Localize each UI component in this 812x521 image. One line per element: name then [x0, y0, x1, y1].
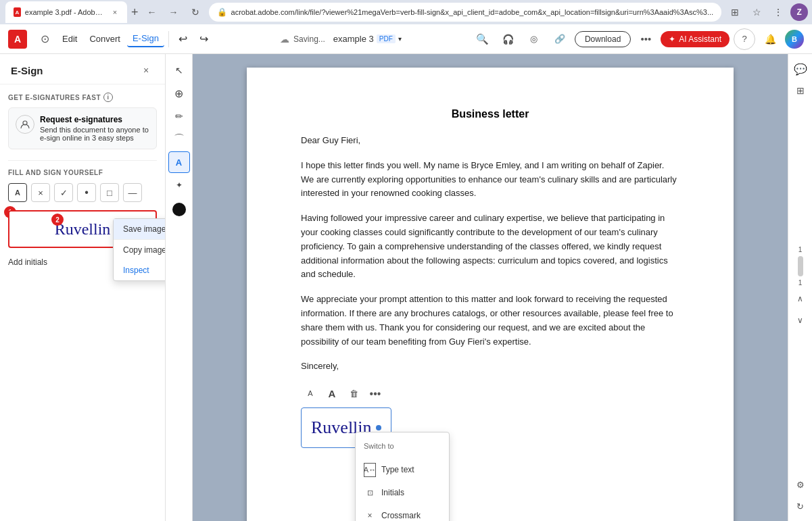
salutation: Dear Guy Fieri,	[301, 134, 679, 148]
saving-text: Saving...	[293, 34, 325, 44]
fill-section-label: FILL AND SIGN YOURSELF	[8, 169, 157, 176]
request-sig-icon	[16, 115, 34, 134]
pdf-signature-container: Ruvellin Switch to A↔ Type text ⊡ Initia…	[301, 407, 391, 448]
notifications-btn[interactable]: 🔔	[759, 28, 781, 50]
panel-close-btn[interactable]: ×	[138, 62, 154, 78]
switch-initials-btn[interactable]: ⊡ Initials	[356, 482, 449, 504]
reload-btn[interactable]: ↻	[186, 3, 205, 22]
tab-title: example 3.pdf - Adobe cloud s...	[25, 8, 107, 16]
pdf-tools-panel: ↖ ⊕ ✏ ⌒ A ✦	[166, 54, 193, 521]
forward-btn[interactable]: →	[164, 3, 183, 22]
convert-btn[interactable]: Convert	[84, 31, 126, 47]
request-card-text: Request e-signatures Send this document …	[40, 115, 149, 142]
chat-sidebar-btn[interactable]: 💬	[791, 59, 810, 78]
user-avatar[interactable]: B	[785, 30, 804, 49]
check-tool-btn[interactable]: ✓	[54, 183, 73, 202]
help-btn[interactable]: ?	[734, 28, 755, 50]
pen-tool-btn[interactable]: ✏	[168, 105, 190, 127]
color-circle[interactable]	[172, 203, 186, 216]
address-bar[interactable]: 🔒 acrobat.adobe.com/link/file/?viewer%21…	[209, 3, 722, 22]
left-panel: E-Sign × GET E-SIGNATURES FAST i Request…	[0, 54, 166, 521]
settings-sidebar-btn[interactable]: ⚙	[791, 475, 810, 494]
link-btn[interactable]: 🔗	[549, 28, 571, 50]
browser-tab[interactable]: A example 3.pdf - Adobe cloud s... ×	[5, 1, 127, 23]
extensions-btn[interactable]: ⊞	[725, 3, 744, 22]
cross-tool-btn[interactable]: ×	[31, 183, 50, 202]
tools-row: A × ✓ • □ —	[8, 183, 157, 202]
info-icon[interactable]: i	[103, 93, 113, 102]
adobe-toolbar: A ⊙ Edit Convert E-Sign ↩ ↪ ☁ Saving... …	[0, 24, 812, 54]
ai-icon: ✦	[669, 34, 675, 44]
switch-crossmark-btn[interactable]: × Crossmark	[356, 505, 449, 521]
zoom-tool-btn[interactable]: ⊕	[168, 82, 190, 104]
file-name: example 3	[333, 34, 374, 44]
more-toolbar-btn[interactable]: •••	[635, 28, 656, 50]
file-name-btn[interactable]: example 3 PDF ▾	[329, 32, 406, 46]
text-tool-btn[interactable]: A	[8, 183, 27, 202]
pdf-badge: PDF	[377, 34, 396, 43]
tab-close-btn[interactable]: ×	[111, 7, 119, 18]
scroll-indicator[interactable]	[798, 256, 803, 276]
pdf-sig-dot	[376, 425, 381, 430]
accessibility-btn[interactable]: ◎	[523, 28, 545, 50]
save-image-as-btn[interactable]: Save image as...	[114, 219, 165, 239]
panel-title: E-Sign	[11, 65, 43, 76]
section-divider	[8, 160, 157, 161]
request-card[interactable]: Request e-signatures Send this document …	[8, 107, 157, 149]
lock-icon: 🔒	[217, 7, 227, 17]
signature-area: 1 Ruvellin 2 Save image as... Copy image…	[8, 210, 157, 248]
sig-more-btn[interactable]: •••	[366, 384, 385, 403]
undo-btn[interactable]: ↩	[173, 30, 193, 48]
new-tab-btn[interactable]: +	[131, 3, 139, 22]
dash-tool-btn[interactable]: —	[123, 183, 142, 202]
stamp-tool-btn[interactable]: ✦	[168, 174, 190, 196]
edit-btn[interactable]: Edit	[57, 31, 82, 47]
chevron-up-btn[interactable]: ∧	[791, 289, 810, 308]
text-highlight-tool-btn[interactable]: A	[168, 151, 190, 173]
sig-delete-btn[interactable]: 🗑	[344, 384, 363, 403]
page-num-2: 1	[798, 279, 803, 287]
pdf-content-area[interactable]: Business letter Dear Guy Fieri, I hope t…	[193, 54, 788, 521]
browser-profile-btn[interactable]: Z	[790, 3, 808, 21]
curve-tool-btn[interactable]: ⌒	[168, 128, 190, 150]
chevron-down-btn[interactable]: ∨	[791, 311, 810, 330]
refresh-sidebar-btn[interactable]: ↻	[791, 497, 810, 516]
search-btn[interactable]: 🔍	[472, 28, 494, 50]
toolbar-right: 🔍 🎧 ◎ 🔗 Download ••• ✦ AI Assistant ? 🔔 …	[472, 28, 804, 50]
back-btn[interactable]: ←	[143, 3, 162, 22]
switch-type-text-btn[interactable]: A↔ Type text	[356, 458, 449, 482]
ai-label: AI Assistant	[679, 34, 721, 44]
rect-tool-btn[interactable]: □	[100, 183, 119, 202]
step2-badge: 2	[51, 214, 64, 226]
type-text-icon: A↔	[364, 463, 376, 478]
esign-btn[interactable]: E-Sign	[127, 30, 164, 47]
main-layout: E-Sign × GET E-SIGNATURES FAST i Request…	[0, 54, 812, 521]
browser-bar: A example 3.pdf - Adobe cloud s... × + ←…	[0, 0, 812, 24]
dot-tool-btn[interactable]: •	[77, 183, 96, 202]
sig-small-a-btn[interactable]: A	[301, 384, 320, 403]
inspect-btn[interactable]: Inspect	[114, 260, 165, 280]
grid-sidebar-btn[interactable]: ⊞	[791, 81, 810, 100]
get-sigs-label: GET E-SIGNATURES FAST i	[8, 93, 157, 102]
more-browser-btn[interactable]: ⋮	[769, 3, 788, 22]
sincerely: Sincerely,	[301, 359, 679, 374]
copy-image-btn[interactable]: Copy image	[114, 239, 165, 260]
home-btn[interactable]: ⊙	[34, 28, 55, 50]
sig-large-a-btn[interactable]: A	[323, 384, 341, 403]
right-sidebar: 💬 ⊞ 1 1 ∧ ∨ ⚙ ↻	[788, 54, 812, 521]
adobe-logo: A	[8, 30, 27, 49]
page-num-1: 1	[798, 246, 803, 253]
download-btn[interactable]: Download	[575, 31, 631, 47]
sig-toolbar: A A 🗑 •••	[301, 384, 679, 403]
browser-actions: ⊞ ☆ ⋮ Z	[725, 3, 808, 22]
bookmark-btn[interactable]: ☆	[747, 3, 766, 22]
headphones-btn[interactable]: 🎧	[498, 28, 519, 50]
address-text: acrobat.adobe.com/link/file/?viewer%21me…	[231, 8, 714, 16]
cursor-tool-btn[interactable]: ↖	[168, 59, 190, 81]
signature-script: Ruvellin	[55, 220, 111, 239]
toolbar-divider-1	[168, 31, 169, 47]
crossmark-icon: ×	[364, 510, 376, 521]
ai-assistant-btn[interactable]: ✦ AI Assistant	[661, 31, 730, 47]
pdf-page: Business letter Dear Guy Fieri, I hope t…	[247, 68, 734, 521]
redo-btn[interactable]: ↪	[194, 30, 214, 48]
